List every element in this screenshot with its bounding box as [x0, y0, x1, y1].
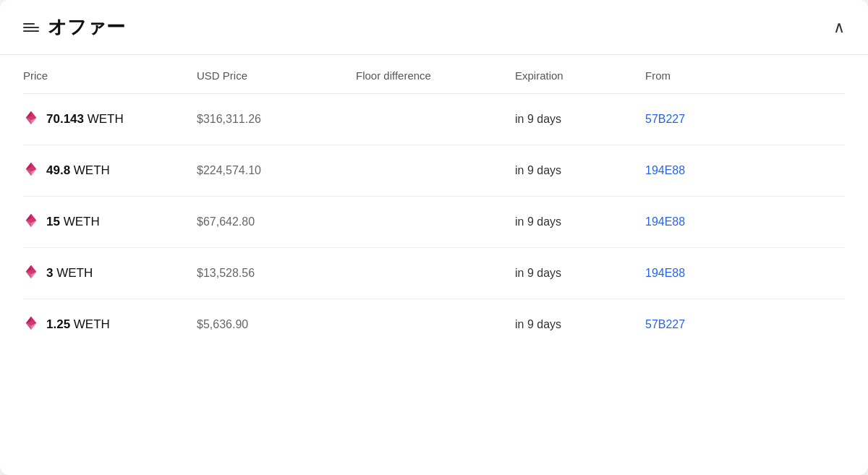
usd-price-cell: $316,311.26: [197, 113, 356, 126]
price-value: 3 WETH: [46, 266, 93, 281]
usd-price-cell: $67,642.80: [197, 215, 356, 228]
price-cell: 15 WETH: [23, 213, 197, 231]
table-body: 70.143 WETH $316,311.26 in 9 days 57B227…: [23, 94, 845, 350]
section-title: オファー: [48, 14, 125, 40]
from-link[interactable]: 194E88: [645, 164, 845, 177]
table-row: 49.8 WETH $224,574.10 in 9 days 194E88: [23, 145, 845, 197]
col-header-expiration: Expiration: [515, 69, 645, 82]
table-row: 1.25 WETH $5,636.90 in 9 days 57B227: [23, 299, 845, 350]
col-header-floor-difference: Floor difference: [356, 69, 515, 82]
table-row: 15 WETH $67,642.80 in 9 days 194E88: [23, 197, 845, 248]
usd-price-cell: $13,528.56: [197, 267, 356, 280]
price-value: 70.143 WETH: [46, 112, 124, 127]
from-link[interactable]: 194E88: [645, 267, 845, 280]
price-cell: 49.8 WETH: [23, 161, 197, 180]
price-cell: 1.25 WETH: [23, 315, 197, 334]
price-cell: 3 WETH: [23, 264, 197, 283]
expiration-cell: in 9 days: [515, 318, 645, 331]
from-link[interactable]: 57B227: [645, 318, 845, 331]
usd-price-cell: $5,636.90: [197, 318, 356, 331]
col-header-from: From: [645, 69, 845, 82]
expiration-cell: in 9 days: [515, 267, 645, 280]
price-value: 49.8 WETH: [46, 163, 110, 178]
eth-icon: [23, 315, 39, 334]
price-value: 15 WETH: [46, 215, 100, 229]
main-container: オファー ∧ Price USD Price Floor difference …: [0, 0, 868, 475]
usd-price-cell: $224,574.10: [197, 164, 356, 177]
price-value: 1.25 WETH: [46, 317, 110, 332]
eth-icon: [23, 161, 39, 180]
section-header: オファー ∧: [0, 0, 868, 55]
table-header-row: Price USD Price Floor difference Expirat…: [23, 55, 845, 94]
table-row: 70.143 WETH $316,311.26 in 9 days 57B227: [23, 94, 845, 145]
expiration-cell: in 9 days: [515, 215, 645, 228]
header-left: オファー: [23, 14, 125, 40]
price-cell: 70.143 WETH: [23, 110, 197, 129]
col-header-usd-price: USD Price: [197, 69, 356, 82]
eth-icon: [23, 264, 39, 283]
expiration-cell: in 9 days: [515, 164, 645, 177]
from-link[interactable]: 57B227: [645, 113, 845, 126]
col-header-price: Price: [23, 69, 197, 82]
expiration-cell: in 9 days: [515, 113, 645, 126]
eth-icon: [23, 213, 39, 231]
collapse-button[interactable]: ∧: [833, 18, 845, 37]
from-link[interactable]: 194E88: [645, 215, 845, 228]
eth-icon: [23, 110, 39, 129]
offers-table: Price USD Price Floor difference Expirat…: [0, 55, 868, 350]
menu-icon[interactable]: [23, 23, 39, 32]
table-row: 3 WETH $13,528.56 in 9 days 194E88: [23, 248, 845, 299]
